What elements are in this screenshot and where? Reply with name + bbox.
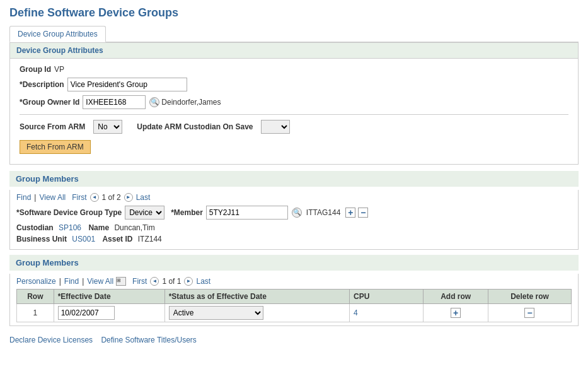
group-owner-input[interactable]: [83, 95, 146, 109]
personalize-link[interactable]: Personalize: [16, 277, 56, 286]
view-all-link-grid[interactable]: View All: [87, 277, 113, 286]
col-header-delete-row: Delete row: [488, 290, 571, 304]
prev-page-members-icon[interactable]: ◄: [90, 193, 99, 202]
group-id-label: Group Id: [20, 65, 51, 74]
delete-row-button[interactable]: −: [524, 308, 534, 318]
update-arm-select[interactable]: Yes No: [261, 120, 290, 134]
group-owner-lookup-icon[interactable]: 🔍: [149, 97, 159, 107]
source-from-arm-label: Source From ARM: [20, 122, 85, 131]
custodian-value[interactable]: SP106: [59, 223, 81, 232]
tab-device-group-attributes[interactable]: Device Group Attributes: [9, 26, 106, 42]
group-id-value: VP: [54, 65, 64, 74]
grid-header-row: Row *Effective Date *Status as of Effect…: [17, 290, 572, 304]
find-link-members[interactable]: Find: [16, 193, 31, 202]
members-pagination: First ◄ 1 of 2 ► Last: [72, 193, 150, 202]
define-software-titles-users-link[interactable]: Define Software Titles/Users: [101, 336, 196, 344]
col-header-add-row: Add row: [424, 290, 488, 304]
member-lookup-icon[interactable]: 🔍: [292, 208, 302, 218]
member-info-custodian: Custodian SP106 Name Duncan,Tim: [16, 223, 572, 232]
custodian-label: Custodian: [16, 223, 54, 232]
last-link-grid[interactable]: Last: [196, 277, 210, 286]
sw-device-group-type-label: *Software Device Group Type: [16, 208, 122, 217]
col-header-row: Row: [17, 290, 54, 304]
device-group-attributes-body: Group Id VP *Description *Group Owner Id…: [10, 59, 578, 164]
name-value: Duncan,Tim: [114, 223, 154, 232]
grid-add-cell: +: [424, 304, 488, 322]
source-from-arm-row: Source From ARM No Yes Update ARM Custod…: [20, 120, 568, 134]
grid-pagination: First ◄ 1 of 1 ► Last: [132, 277, 210, 286]
group-members-grid-header: Group Members: [9, 255, 579, 271]
tab-bar: Device Group Attributes: [9, 26, 579, 42]
group-owner-row: *Group Owner Id 🔍 Deindorfer,James: [20, 95, 568, 109]
description-row: *Description: [20, 78, 568, 91]
grid-cpu-cell: 4: [349, 304, 423, 322]
footer-links: Declare Device Licenses Define Software …: [9, 336, 579, 344]
group-members-nav-bar: Find | View All First ◄ 1 of 2 ► Last: [16, 193, 572, 202]
effective-date-input[interactable]: [58, 306, 115, 320]
first-link-grid[interactable]: First: [132, 277, 147, 286]
find-link-grid[interactable]: Find: [64, 277, 79, 286]
col-header-effective-date: *Effective Date: [54, 290, 164, 304]
grid-pagination-current: 1 of 1: [162, 277, 181, 286]
group-members-nav-area: Find | View All First ◄ 1 of 2 ► Last *S…: [9, 190, 579, 250]
grid-layout-icon[interactable]: ⊞: [116, 277, 126, 286]
asset-id-value: ITZ144: [138, 235, 162, 243]
group-members-grid-table: Row *Effective Date *Status as of Effect…: [16, 289, 572, 322]
member-code: ITTAG144: [306, 208, 340, 217]
grid-delete-cell: −: [488, 304, 571, 322]
group-owner-name: Deindorfer,James: [161, 98, 221, 107]
description-input[interactable]: [67, 78, 187, 91]
divider-1: [20, 114, 568, 115]
device-group-attributes-header: Device Group Attributes: [10, 43, 578, 59]
grid-section: Personalize | Find | View All ⊞ First ◄ …: [9, 274, 579, 326]
table-row: 1 Active Inactive 4 +: [17, 304, 572, 322]
group-members-section-header: Group Members: [9, 171, 579, 187]
sw-device-group-type-select[interactable]: Device User: [125, 206, 164, 220]
declare-device-licenses-link[interactable]: Declare Device Licenses: [9, 336, 93, 344]
member-label: *Member: [171, 208, 203, 217]
business-unit-value[interactable]: US001: [72, 235, 95, 243]
grid-status-cell: Active Inactive: [164, 304, 349, 322]
group-id-row: Group Id VP: [20, 65, 568, 74]
prev-page-grid-icon[interactable]: ◄: [150, 277, 159, 286]
grid-row-num: 1: [17, 304, 54, 322]
name-label: Name: [88, 223, 109, 232]
asset-id-label: Asset ID: [102, 235, 132, 243]
first-link-members[interactable]: First: [72, 193, 86, 202]
member-form-row: *Software Device Group Type Device User …: [16, 206, 572, 220]
member-input[interactable]: [206, 206, 288, 220]
next-page-members-icon[interactable]: ►: [124, 193, 133, 202]
business-unit-label: Business Unit: [16, 235, 67, 243]
col-header-cpu: CPU: [349, 290, 423, 304]
view-all-link-members[interactable]: View All: [39, 193, 66, 202]
grid-effective-date-cell: [54, 304, 164, 322]
remove-member-button[interactable]: −: [358, 208, 368, 218]
pagination-current-members: 1 of 2: [102, 193, 121, 202]
member-info-business-unit: Business Unit US001 Asset ID ITZ144: [16, 235, 572, 243]
cpu-value[interactable]: 4: [354, 308, 358, 317]
status-select[interactable]: Active Inactive: [169, 306, 263, 320]
fetch-from-arm-button[interactable]: Fetch From ARM: [20, 140, 91, 154]
description-label: *Description: [20, 80, 64, 89]
last-link-members[interactable]: Last: [136, 193, 151, 202]
page-title: Define Software Device Groups: [9, 6, 579, 20]
col-header-status: *Status as of Effective Date: [164, 290, 349, 304]
next-page-grid-icon[interactable]: ►: [184, 277, 193, 286]
add-row-button[interactable]: +: [451, 308, 461, 318]
group-owner-label: *Group Owner Id: [20, 98, 79, 107]
fetch-from-arm-row: Fetch From ARM: [20, 138, 568, 154]
source-from-arm-select[interactable]: No Yes: [93, 120, 122, 134]
personalize-bar: Personalize | Find | View All ⊞ First ◄ …: [16, 277, 572, 286]
device-group-attributes-section: Device Group Attributes Group Id VP *Des…: [9, 42, 579, 165]
page-container: Define Software Device Groups Device Gro…: [0, 0, 588, 351]
update-arm-label: Update ARM Custodian On Save: [137, 122, 253, 131]
add-member-button[interactable]: +: [345, 208, 355, 218]
